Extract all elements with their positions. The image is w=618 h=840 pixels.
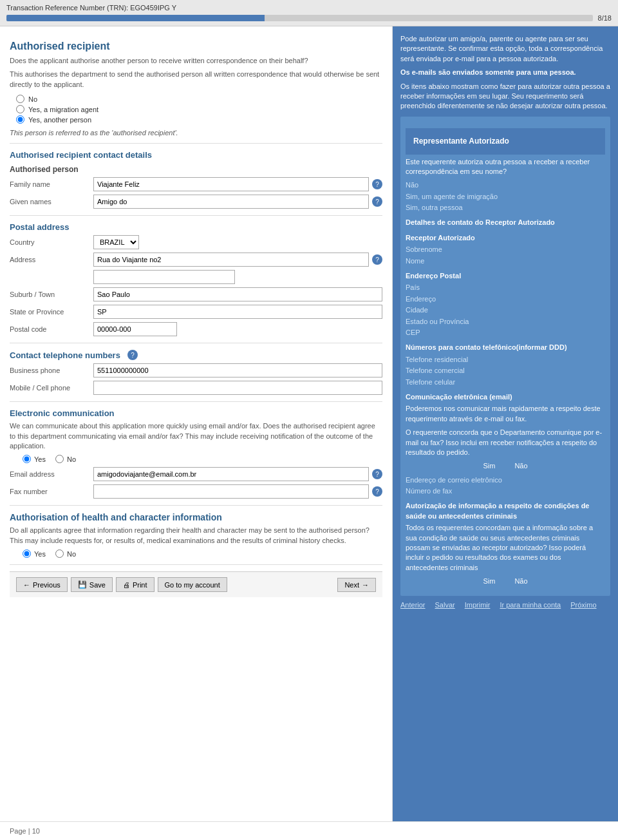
right-proximo-btn[interactable]: Próximo (570, 601, 596, 609)
radio-health-no[interactable]: No (55, 549, 76, 558)
radio-yes-input[interactable] (23, 455, 31, 463)
print-button[interactable]: 🖨 Print (116, 577, 154, 592)
next-arrow-icon: → (362, 581, 369, 589)
authorised-recipient-title: Authorised recipient (10, 41, 382, 52)
previous-arrow-icon: ← (23, 581, 30, 589)
right-option-outra: Sim, outra pessoa (406, 203, 605, 213)
family-name-label: Family name (10, 180, 93, 188)
right-salvar-btn[interactable]: Salvar (435, 601, 455, 609)
radio-yes-label: Yes (34, 455, 46, 463)
description2: This authorises the department to send t… (10, 70, 382, 90)
main-layout: Authorised recipient Does the applicant … (0, 26, 618, 821)
representante-desc: Este requerente autoriza outra pessoa a … (406, 157, 605, 177)
postal-code-input[interactable] (93, 322, 177, 336)
fax-help-icon[interactable]: ? (372, 486, 382, 497)
nav-left-buttons: ← Previous 💾 Save 🖨 Print Go to my accou… (16, 577, 227, 592)
comunicacao-title: Comunicação eletrônica (email) (406, 392, 605, 402)
right-minha-conta-btn[interactable]: Ir para minha conta (500, 601, 561, 609)
radio-health-yes-input[interactable] (23, 549, 31, 558)
state-label: State or Province (10, 308, 93, 316)
contact-telephone-title: Contact telephone numbers (10, 350, 120, 360)
radio-yes[interactable]: Yes (23, 455, 46, 463)
save-button[interactable]: 💾 Save (71, 577, 113, 592)
radio-another-person-input[interactable] (16, 115, 24, 124)
radio-another-person[interactable]: Yes, another person (16, 115, 382, 124)
previous-button[interactable]: ← Previous (16, 577, 68, 592)
right-instructions: Os itens abaixo mostram como fazer para … (400, 82, 610, 111)
suburb-label: Suburb / Town (10, 291, 93, 298)
state-input[interactable] (93, 305, 382, 319)
fax-label: Fax number (10, 488, 93, 495)
right-imprimir-btn[interactable]: Imprimir (465, 601, 491, 609)
right-sobrenome: Sobrenome (406, 245, 605, 254)
radio-no[interactable]: No (16, 95, 382, 103)
right-nome: Nome (406, 256, 605, 266)
family-name-help-icon[interactable]: ? (372, 179, 382, 189)
right-nao-label-2: Não (514, 577, 527, 586)
right-tel-celular: Telefone celular (406, 377, 605, 387)
top-bar: Transaction Reference Number (TRN): EGO4… (0, 0, 618, 26)
family-name-row: Family name ? (10, 177, 382, 191)
given-names-input[interactable] (93, 195, 369, 209)
radio-health-yes[interactable]: Yes (23, 549, 46, 558)
email-help-icon[interactable]: ? (372, 469, 382, 479)
address-input[interactable] (93, 253, 369, 267)
given-names-label: Given names (10, 198, 93, 205)
divider-1 (10, 143, 382, 144)
country-label: Country (10, 238, 93, 246)
address-line2-input[interactable] (93, 270, 235, 284)
contact-telephone-help-icon[interactable]: ? (127, 350, 138, 360)
save-label: Save (89, 581, 106, 589)
right-estado: Estado ou Província (406, 317, 605, 327)
right-cep: CEP (406, 328, 605, 338)
radio-health-yes-label: Yes (34, 550, 46, 558)
country-select[interactable]: BRAZIL (93, 235, 139, 249)
right-pais: País (406, 283, 605, 292)
fax-input[interactable] (93, 484, 369, 499)
right-anterior-btn[interactable]: Anterior (400, 601, 426, 609)
right-sim-nao: Sim Não (406, 461, 605, 471)
radio-migration-agent-input[interactable] (16, 105, 24, 113)
country-row: Country BRAZIL (10, 235, 382, 249)
recipient-radio-group: No Yes, a migration agent Yes, another p… (10, 95, 382, 124)
postal-address-title: Postal address (10, 222, 382, 232)
print-icon: 🖨 (123, 581, 130, 589)
page-label: Page | 10 (10, 827, 40, 835)
email-input[interactable] (93, 467, 369, 481)
progress-label: 8/18 (598, 14, 612, 22)
receptor-title: Receptor Autorizado (406, 233, 605, 243)
right-cidade: Cidade (406, 305, 605, 315)
radio-no-comm[interactable]: No (55, 455, 76, 463)
mobile-row: Mobile / Cell phone (10, 381, 382, 395)
divider-3 (10, 343, 382, 343)
page-footer: Page | 10 (0, 821, 618, 840)
radio-no-comm-input[interactable] (55, 455, 64, 463)
mobile-label: Mobile / Cell phone (10, 384, 93, 392)
business-phone-input[interactable] (93, 363, 382, 377)
radio-migration-agent-label: Yes, a migration agent (28, 106, 98, 113)
radio-no-input[interactable] (16, 95, 24, 103)
go-to-account-button[interactable]: Go to my account (158, 577, 227, 592)
radio-health-no-label: No (67, 550, 76, 558)
go-to-account-label: Go to my account (165, 581, 220, 589)
radio-health-no-input[interactable] (55, 549, 64, 558)
suburb-input[interactable] (93, 287, 382, 301)
given-names-help-icon[interactable]: ? (372, 196, 382, 207)
right-bold: Os e-mails são enviados somente para uma… (400, 68, 610, 77)
print-label: Print (133, 581, 147, 589)
family-name-input[interactable] (93, 177, 369, 191)
right-tel-residencial: Telefone residencial (406, 355, 605, 365)
right-tel-comercial: Telefone comercial (406, 366, 605, 376)
description1: Does the applicant authorise another per… (10, 56, 382, 66)
mobile-input[interactable] (93, 381, 382, 395)
state-row: State or Province (10, 305, 382, 319)
next-button[interactable]: Next → (337, 578, 376, 592)
radio-no-comm-label: No (67, 455, 76, 463)
radio-migration-agent[interactable]: Yes, a migration agent (16, 105, 382, 113)
numeros-title: Números para contato telefônico(informar… (406, 343, 605, 352)
address-help-icon[interactable]: ? (372, 254, 382, 265)
divider-6 (10, 564, 382, 565)
detalhes-title: Detalhes de contato do Receptor Autoriza… (406, 218, 605, 227)
address-label: Address (10, 256, 93, 263)
contact-telephone-header: Contact telephone numbers ? (10, 350, 382, 360)
